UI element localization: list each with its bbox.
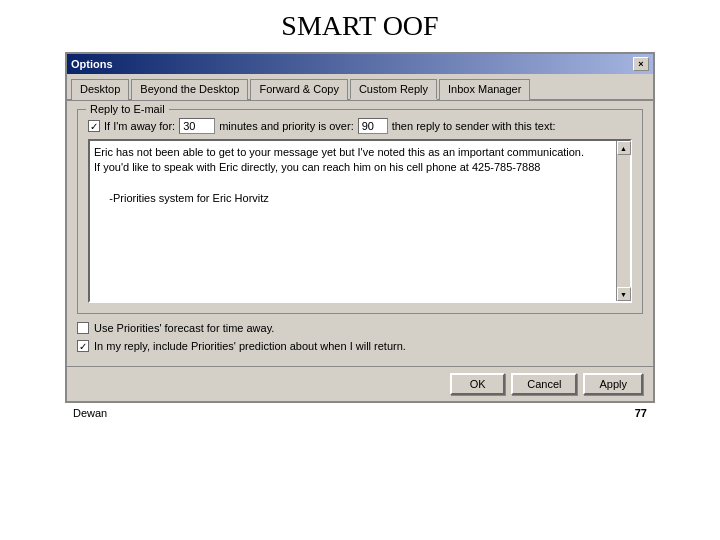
tab-desktop[interactable]: Desktop	[71, 79, 129, 100]
options-window: Options × Desktop Beyond the Desktop For…	[65, 52, 655, 403]
tab-custom-reply[interactable]: Custom Reply	[350, 79, 437, 100]
ok-button[interactable]: OK	[450, 373, 505, 395]
if-away-label: If I'm away for:	[104, 120, 175, 132]
button-row: OK Cancel Apply	[67, 366, 653, 401]
apply-button[interactable]: Apply	[583, 373, 643, 395]
tab-inbox-manager[interactable]: Inbox Manager	[439, 79, 530, 100]
prediction-row: In my reply, include Priorities' predict…	[77, 340, 643, 352]
scrollbar-down-arrow[interactable]: ▼	[617, 287, 631, 301]
forecast-row: Use Priorities' forecast for time away.	[77, 322, 643, 334]
if-away-checkbox[interactable]	[88, 120, 100, 132]
scrollbar-track	[617, 155, 630, 287]
textarea-wrapper: Eric has not been able to get to your me…	[88, 139, 632, 303]
scrollbar-up-arrow[interactable]: ▲	[617, 141, 631, 155]
prediction-label: In my reply, include Priorities' predict…	[94, 340, 406, 352]
title-bar-buttons: ×	[633, 57, 649, 71]
title-bar: Options ×	[67, 54, 653, 74]
tab-content: Reply to E-mail If I'm away for: minutes…	[67, 101, 653, 366]
minutes-input[interactable]	[179, 118, 215, 134]
prediction-checkbox[interactable]	[77, 340, 89, 352]
reply-group: Reply to E-mail If I'm away for: minutes…	[77, 109, 643, 314]
forecast-checkbox[interactable]	[77, 322, 89, 334]
priority-input[interactable]	[358, 118, 388, 134]
page-title: SMART OOF	[281, 10, 438, 42]
close-button[interactable]: ×	[633, 57, 649, 71]
window-title: Options	[71, 58, 113, 70]
then-label: then reply to sender with this text:	[392, 120, 556, 132]
forecast-label: Use Priorities' forecast for time away.	[94, 322, 274, 334]
if-away-row: If I'm away for: minutes and priority is…	[88, 118, 632, 134]
group-label: Reply to E-mail	[86, 103, 169, 115]
tab-forward-copy[interactable]: Forward & Copy	[250, 79, 347, 100]
cancel-button[interactable]: Cancel	[511, 373, 577, 395]
tab-bar: Desktop Beyond the Desktop Forward & Cop…	[67, 74, 653, 101]
footer-name: Dewan	[73, 407, 107, 419]
page-number: 77	[635, 407, 647, 419]
minutes-label: minutes and priority is over:	[219, 120, 354, 132]
tab-beyond-desktop[interactable]: Beyond the Desktop	[131, 79, 248, 100]
reply-textarea[interactable]: Eric has not been able to get to your me…	[90, 141, 616, 301]
bottom-bar: Dewan 77	[65, 403, 655, 423]
